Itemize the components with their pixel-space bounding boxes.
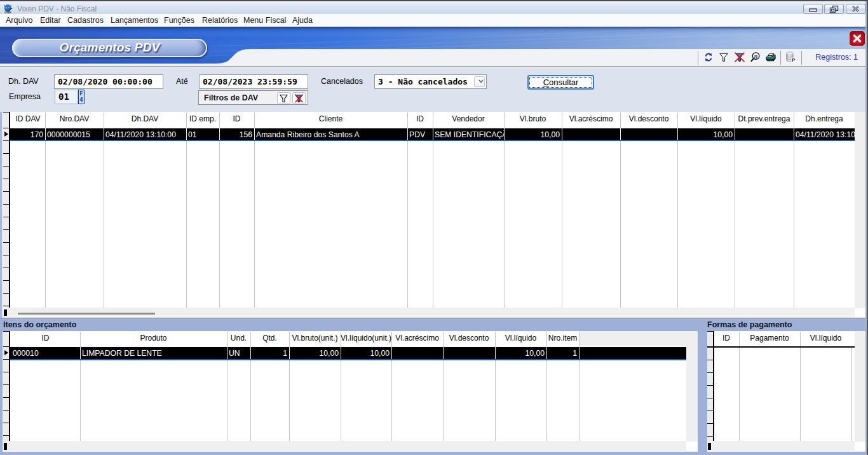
- indicator-separator: [3, 153, 9, 154]
- indicator-separator: [707, 436, 713, 437]
- column-line: [219, 112, 220, 308]
- indicator-separator: [707, 360, 713, 360]
- column-line-selected: [341, 347, 341, 359]
- header-cell[interactable]: Vl.acréscimo: [562, 113, 620, 128]
- column-line-selected: [104, 128, 104, 140]
- row-cell: [391, 348, 443, 360]
- header-cell[interactable]: Nro.item: [546, 332, 579, 346]
- row-cell: [579, 348, 686, 360]
- row-cell: [443, 348, 495, 360]
- indicator-separator: [3, 128, 9, 128]
- header-cell[interactable]: Vl.desconto: [443, 332, 495, 346]
- column-line-selected: [504, 128, 505, 140]
- indicator-separator: [3, 179, 9, 179]
- column-line: [739, 332, 740, 441]
- header-cell[interactable]: Vl.líquido: [495, 332, 546, 346]
- current-row-arrow: [4, 132, 8, 137]
- scrollbar-mark: [4, 309, 7, 316]
- header-cell[interactable]: Vl.bruto(unit.): [289, 332, 341, 346]
- indicator-separator: [3, 242, 9, 243]
- horizontal-scrollbar[interactable]: [3, 442, 686, 451]
- scrollbar-mark: [708, 443, 711, 450]
- header-cell[interactable]: Dh.entrega: [794, 113, 855, 128]
- indicator-separator: [3, 280, 9, 281]
- header-cell[interactable]: ID: [714, 332, 739, 347]
- header-cell[interactable]: Cliente: [254, 113, 407, 128]
- column-line: [677, 112, 678, 308]
- header-cell[interactable]: Dh.DAV: [104, 113, 186, 128]
- header-cell[interactable]: ID: [11, 332, 80, 346]
- header-cell[interactable]: ID: [219, 113, 254, 128]
- header-cell[interactable]: Und.: [227, 332, 250, 346]
- selected-row-underline: [10, 359, 686, 360]
- column-line: [620, 112, 621, 308]
- column-line: [104, 112, 104, 308]
- header-cell[interactable]: Vl.líquido: [677, 113, 735, 128]
- row-cell: 10,00: [504, 129, 562, 140]
- row-cell: 10,00: [341, 348, 391, 360]
- indicator-separator: [707, 398, 713, 398]
- selected-row[interactable]: 000010LIMPADOR DE LENTEUN110,0010,0010,0…: [10, 347, 686, 359]
- row-cell: 1: [250, 348, 289, 360]
- row-cell: [735, 129, 794, 140]
- scrollbar-thumb[interactable]: [18, 313, 155, 315]
- indicator-separator: [3, 229, 9, 230]
- main-grid: ID DAVNro.DAVDh.DAVID emp.IDClienteIDVen…: [3, 112, 865, 318]
- indicator-separator: [3, 140, 9, 141]
- header-cell[interactable]: Vl.líquido(unit.): [341, 332, 391, 346]
- column-line: [433, 112, 433, 308]
- indicator-border: [9, 112, 10, 308]
- column-line-selected: [794, 128, 794, 140]
- column-line: [407, 112, 408, 308]
- column-line: [254, 112, 255, 308]
- window-border-right: [865, 1, 868, 455]
- column-line-selected: [219, 128, 220, 140]
- row-cell: 170: [11, 129, 45, 140]
- column-line: [794, 112, 794, 308]
- header-cell[interactable]: Qtd.: [250, 332, 289, 346]
- indicator-separator: [707, 411, 713, 411]
- column-line: [800, 332, 801, 441]
- header-cell[interactable]: Vendedor: [433, 113, 504, 128]
- row-cell: 01: [186, 129, 219, 140]
- column-line-selected: [254, 128, 255, 140]
- indicator-separator: [3, 255, 9, 255]
- indicator-separator: [3, 166, 9, 166]
- column-line: [186, 112, 187, 308]
- column-line: [735, 112, 735, 308]
- header-cell[interactable]: Vl.desconto: [620, 113, 677, 128]
- app-window: VIXEN Vixen PDV - Não Fiscal ArquivoEdit…: [0, 0, 868, 455]
- column-line: [45, 112, 46, 308]
- indicator-separator: [3, 359, 9, 360]
- header-cell[interactable]: Vl.bruto: [504, 113, 562, 128]
- grids-layer: ID DAVNro.DAVDh.DAVID emp.IDClienteIDVen…: [0, 0, 868, 455]
- indicator-separator: [3, 423, 9, 423]
- indicator-separator: [3, 372, 9, 372]
- indicator-separator: [707, 423, 713, 424]
- row-cell: Amanda Ribeiro dos Santos A: [254, 129, 407, 140]
- header-cell[interactable]: Pagamento: [739, 332, 800, 347]
- header-cell[interactable]: Produto: [80, 332, 227, 346]
- row-cell: 1: [546, 348, 579, 360]
- row-cell: UN: [227, 348, 250, 360]
- scrollbar-corner: [855, 442, 865, 451]
- header-cell[interactable]: [579, 332, 686, 346]
- row-cell: 156: [219, 129, 254, 140]
- row-cell: SEM IDENTIFICAÇÃO: [433, 129, 504, 140]
- indicator-separator: [3, 217, 9, 217]
- column-line: [504, 112, 505, 308]
- header-cell[interactable]: ID DAV: [11, 113, 45, 128]
- header-cell[interactable]: Vl.acréscimo: [391, 332, 443, 346]
- horizontal-scrollbar[interactable]: [707, 442, 855, 451]
- header-cell[interactable]: Vl.líquido: [800, 332, 851, 347]
- payments-grid: IDPagamentoVl.líquido: [707, 331, 865, 452]
- column-line-selected: [80, 347, 81, 359]
- column-line-selected: [620, 128, 621, 140]
- header-cell[interactable]: ID: [407, 113, 433, 128]
- column-line-selected: [495, 347, 496, 359]
- header-cell[interactable]: Nro.DAV: [45, 113, 104, 128]
- column-line: [851, 347, 852, 441]
- row-cell: [620, 129, 677, 140]
- header-cell[interactable]: Dt.prev.entrega: [735, 113, 794, 128]
- header-cell[interactable]: ID emp.: [186, 113, 219, 128]
